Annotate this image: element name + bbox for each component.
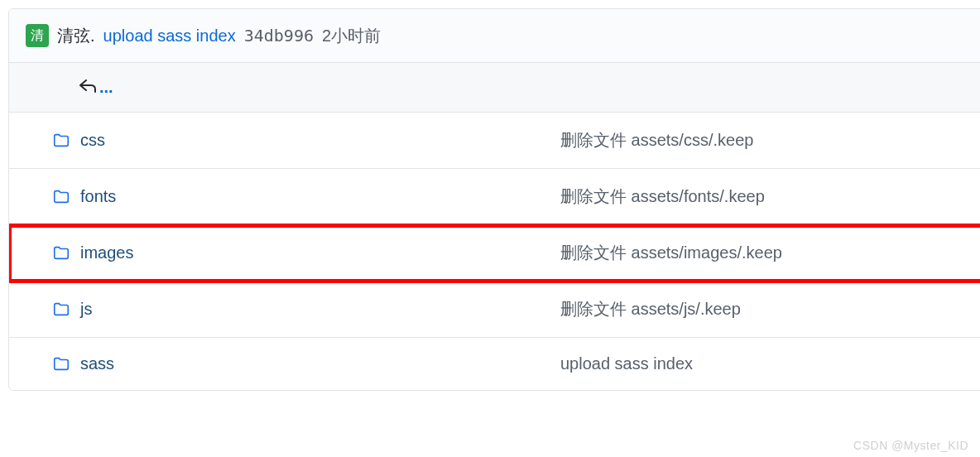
folder-icon xyxy=(52,244,70,262)
file-commit-message[interactable]: 删除文件 assets/js/.keep xyxy=(560,298,971,320)
file-commit-message[interactable]: 删除文件 assets/fonts/.keep xyxy=(560,185,971,208)
avatar[interactable]: 清 xyxy=(26,24,49,47)
nav-up-row[interactable]: ... xyxy=(9,63,980,113)
file-row: images删除文件 assets/images/.keep xyxy=(9,225,980,281)
file-commit-message[interactable]: upload sass index xyxy=(560,354,971,373)
folder-icon xyxy=(52,188,70,206)
file-name-link[interactable]: css xyxy=(80,131,560,150)
folder-icon xyxy=(52,355,70,373)
author-name[interactable]: 清弦. xyxy=(57,25,95,47)
file-name-link[interactable]: images xyxy=(80,243,560,262)
file-commit-message[interactable]: 删除文件 assets/images/.keep xyxy=(560,242,971,264)
commit-time: 2小时前 xyxy=(322,25,381,47)
file-row: fonts删除文件 assets/fonts/.keep xyxy=(9,169,980,225)
commit-header: 清 清弦. upload sass index 34db996 2小时前 xyxy=(9,9,980,63)
file-name-link[interactable]: sass xyxy=(80,354,560,373)
folder-icon xyxy=(52,301,70,319)
commit-message-link[interactable]: upload sass index xyxy=(103,26,236,46)
file-commit-message[interactable]: 删除文件 assets/css/.keep xyxy=(560,129,971,152)
avatar-text: 清 xyxy=(31,27,44,45)
file-list-container: 清 清弦. upload sass index 34db996 2小时前 ...… xyxy=(8,8,980,391)
reply-arrow-icon xyxy=(79,78,96,97)
parent-dir-link[interactable]: ... xyxy=(99,78,113,97)
file-name-link[interactable]: fonts xyxy=(80,187,560,206)
file-name-link[interactable]: js xyxy=(80,300,560,319)
file-row: css删除文件 assets/css/.keep xyxy=(9,113,980,169)
file-row: sassupload sass index xyxy=(9,338,980,390)
folder-icon xyxy=(52,132,70,150)
commit-hash[interactable]: 34db996 xyxy=(244,26,314,46)
file-row: js删除文件 assets/js/.keep xyxy=(9,281,980,338)
